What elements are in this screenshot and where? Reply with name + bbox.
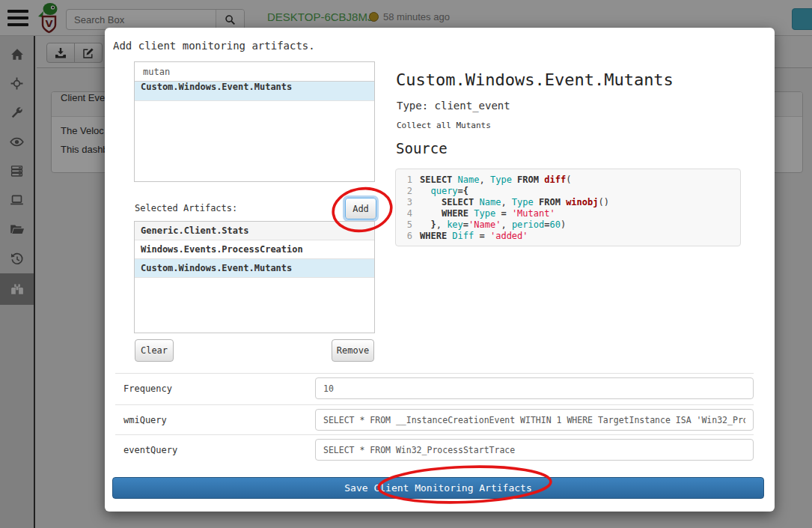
eventQuery-input[interactable] [315, 439, 754, 461]
remove-button[interactable]: Remove [332, 339, 374, 362]
code-line: 2 query={ [402, 186, 734, 197]
add-artifacts-modal: Add client monitoring artifacts. Custom.… [105, 28, 775, 512]
selected-artifacts-list: Generic.Client.StatsWindows.Events.Proce… [134, 221, 375, 333]
selected-artifact-row[interactable]: Custom.Windows.Event.Mutants [135, 259, 374, 278]
code-line: 6WHERE Diff = 'added' [402, 231, 734, 242]
clear-button[interactable]: Clear [135, 339, 174, 362]
add-button[interactable]: Add [345, 198, 376, 219]
wmiQuery-label: wmiQuery [115, 415, 315, 425]
artifact-type: Type: client_event [397, 100, 510, 112]
artifact-description: Collect all Mutants [397, 121, 491, 130]
Frequency-input[interactable] [315, 377, 754, 399]
artifact-search-box: Custom.Windows.Event.Mutants [134, 61, 375, 182]
save-client-monitoring-button[interactable]: Save Client Monitoring Artifacts [112, 477, 764, 499]
artifact-search-result[interactable]: Custom.Windows.Event.Mutants [135, 82, 374, 101]
code-line: 3 SELECT Name, Type FROM winobj() [402, 197, 734, 208]
selected-artifact-row[interactable]: Generic.Client.Stats [135, 222, 374, 240]
code-line: 5 }, key='Name', period=60) [402, 219, 734, 231]
form-row-Frequency: Frequency [115, 373, 754, 403]
source-code-block: 1SELECT Name, Type FROM diff(2 query={3 … [395, 169, 741, 246]
source-heading: Source [396, 140, 448, 157]
wmiQuery-input[interactable] [315, 409, 754, 431]
Frequency-label: Frequency [115, 383, 315, 394]
artifact-detail-title: Custom.Windows.Event.Mutants [396, 70, 674, 89]
modal-title: Add client monitoring artifacts. [113, 40, 315, 52]
selected-artifacts-label: Selected Artifacts: [135, 203, 237, 213]
artifact-search-input[interactable] [135, 62, 374, 82]
artifact-search-results: Custom.Windows.Event.Mutants [135, 82, 374, 101]
code-line: 4 WHERE Type = 'Mutant' [402, 208, 734, 219]
form-row-eventQuery: eventQuery [115, 434, 754, 464]
selected-artifact-row[interactable]: Windows.Events.ProcessCreation [135, 240, 374, 259]
code-line: 1SELECT Name, Type FROM diff( [402, 175, 734, 186]
form-row-wmiQuery: wmiQuery [115, 404, 754, 434]
eventQuery-label: eventQuery [115, 445, 315, 455]
